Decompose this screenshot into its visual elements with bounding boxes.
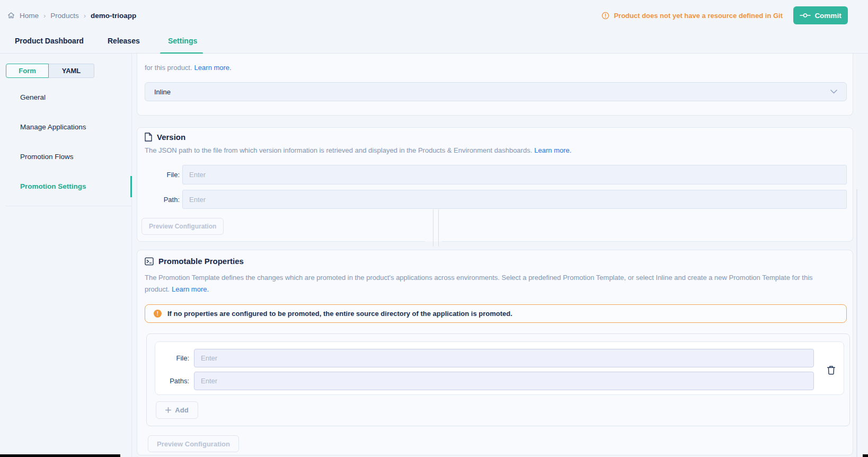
version-card: Version The JSON path to the file from w… — [137, 127, 853, 242]
version-description-text: The JSON path to the file from which ver… — [145, 146, 532, 154]
property-paths-label: Paths: — [164, 377, 194, 385]
property-file-input[interactable] — [194, 349, 814, 367]
breadcrumb-current-product: demo-trioapp — [91, 12, 136, 20]
terminal-icon — [145, 257, 154, 266]
tab-releases[interactable]: Releases — [108, 37, 140, 45]
promotable-alert-text: If no properties are configured to be pr… — [167, 310, 512, 318]
alert-circle-icon — [601, 12, 609, 20]
breadcrumb-home-link[interactable]: Home — [20, 12, 39, 20]
screen-artifact-bar — [863, 454, 868, 457]
git-warning-text: Product does not yet have a resource def… — [614, 12, 783, 20]
promotable-preview-configuration-button[interactable]: Preview Configuration — [148, 435, 239, 452]
home-icon[interactable] — [7, 12, 15, 19]
toggle-form-button[interactable]: Form — [6, 64, 49, 78]
sidebar-item-manage-applications[interactable]: Manage Applications — [0, 117, 131, 138]
version-file-input[interactable] — [182, 165, 847, 184]
promotable-description-text: The Promotion Template defines the chang… — [145, 274, 813, 293]
vertical-splitter-handle[interactable] — [432, 209, 439, 247]
tab-product-dashboard[interactable]: Product Dashboard — [15, 37, 84, 45]
chevron-down-icon — [830, 90, 837, 94]
screen-artifact-bar — [0, 454, 120, 457]
product-settings-page: Home › Products › demo-trioapp Product d… — [0, 0, 868, 457]
version-learn-more-link[interactable]: Learn more. — [534, 146, 571, 154]
promotable-title: Promotable Properties — [158, 257, 244, 266]
add-label: Add — [175, 406, 188, 414]
promotable-header: Promotable Properties — [145, 257, 244, 266]
version-path-label: Path: — [145, 196, 182, 204]
version-path-row: Path: — [145, 190, 847, 209]
sidebar-item-general[interactable]: General — [0, 87, 131, 108]
template-select-value: Inline — [154, 88, 171, 96]
splitter-line — [433, 209, 433, 247]
promotable-alert: ! If no properties are configured to be … — [145, 304, 847, 323]
tab-settings[interactable]: Settings — [168, 37, 197, 45]
commit-label: Commit — [814, 12, 841, 20]
splitter-line — [438, 209, 439, 247]
git-resource-warning: Product does not yet have a resource def… — [601, 11, 783, 20]
property-file-label: File: — [164, 354, 194, 362]
add-property-button[interactable]: Add — [156, 401, 198, 419]
property-paths-row: Paths: — [164, 372, 814, 390]
version-file-label: File: — [145, 171, 182, 179]
properties-container: File: Paths: Add — [146, 333, 850, 426]
version-header: Version — [145, 133, 185, 142]
commit-button[interactable]: Commit — [793, 6, 848, 24]
breadcrumb: Home › Products › demo-trioapp — [7, 11, 136, 20]
file-icon — [145, 133, 152, 142]
promotable-description: The Promotion Template defines the chang… — [145, 272, 828, 295]
template-description-tail: for this product. — [145, 64, 192, 72]
promotable-learn-more-link[interactable]: Learn more. — [172, 285, 209, 293]
sidebar-menu-divider — [5, 206, 131, 206]
version-description: The JSON path to the file from which ver… — [145, 146, 571, 154]
template-description: for this product.Learn more. — [145, 64, 232, 72]
promotion-template-card: for this product.Learn more. Inline — [137, 54, 853, 116]
breadcrumb-separator: › — [84, 12, 86, 20]
template-learn-more-link[interactable]: Learn more. — [194, 64, 232, 72]
breadcrumb-products-link[interactable]: Products — [50, 12, 78, 20]
plus-icon — [165, 407, 171, 413]
version-preview-configuration-button[interactable]: Preview Configuration — [141, 218, 224, 235]
delete-property-button[interactable] — [825, 364, 837, 376]
git-commit-icon — [800, 12, 811, 19]
sidebar-item-promotion-flows[interactable]: Promotion Flows — [0, 146, 131, 168]
view-toggle: Form YAML — [6, 64, 94, 78]
trash-icon — [827, 365, 836, 375]
sidebar-item-promotion-settings[interactable]: Promotion Settings — [0, 176, 131, 197]
version-title: Version — [157, 133, 185, 142]
version-path-input[interactable] — [182, 190, 847, 209]
promotable-properties-card: Promotable Properties The Promotion Temp… — [137, 250, 853, 455]
sidebar-divider — [131, 54, 132, 457]
active-item-indicator — [130, 176, 132, 197]
warning-filled-icon: ! — [154, 310, 162, 318]
version-file-row: File: — [145, 165, 847, 184]
toggle-yaml-button[interactable]: YAML — [49, 64, 94, 78]
template-select[interactable]: Inline — [145, 82, 847, 101]
content-scrollbar[interactable] — [856, 189, 857, 457]
property-paths-input[interactable] — [194, 372, 814, 390]
property-row-card: File: Paths: — [155, 341, 844, 395]
property-file-row: File: — [164, 349, 814, 367]
breadcrumb-separator: › — [43, 12, 46, 20]
